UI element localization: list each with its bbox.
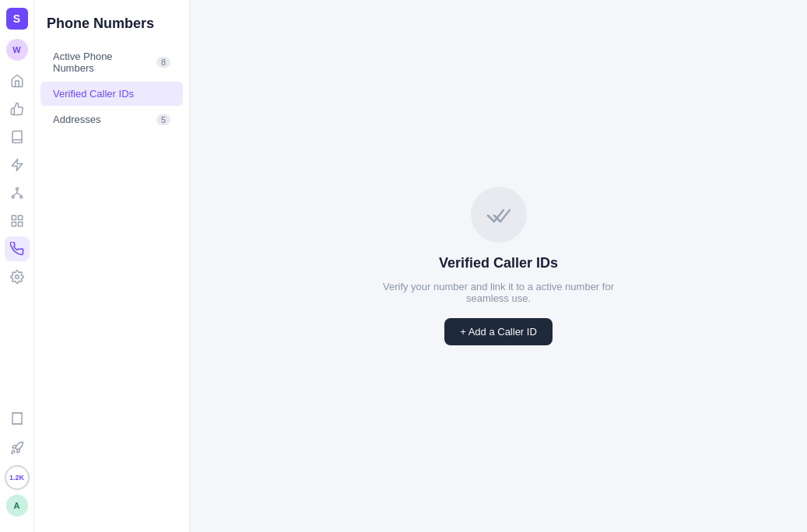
user-avatar[interactable]: A <box>6 495 28 516</box>
sidebar-item-addresses[interactable]: Addresses 5 <box>40 107 183 131</box>
main-content: Verified Caller IDs Verify your number a… <box>190 0 807 532</box>
org-nav-icon[interactable] <box>5 180 30 205</box>
sidebar-item-active-numbers[interactable]: Active Phone Numbers 8 <box>40 44 183 80</box>
sidebar-item-label: Addresses <box>53 114 100 125</box>
icon-nav: S W <box>0 0 34 532</box>
svg-marker-0 <box>12 159 23 171</box>
svg-point-11 <box>15 275 19 279</box>
add-caller-id-button[interactable]: + Add a Caller ID <box>444 318 553 345</box>
empty-state-title: Verified Caller IDs <box>439 255 558 271</box>
sidebar-title: Phone Numbers <box>34 12 189 44</box>
rocket-nav-icon[interactable] <box>5 436 30 460</box>
sidebar-item-verified-callers[interactable]: Verified Caller IDs <box>40 82 183 106</box>
svg-rect-8 <box>18 215 22 219</box>
app-logo: S <box>6 8 28 30</box>
sidebar-item-label: Verified Caller IDs <box>53 88 134 100</box>
empty-state-subtitle: Verify your number and link it to a acti… <box>374 281 623 304</box>
empty-state: Verified Caller IDs Verify your number a… <box>374 187 623 345</box>
home-nav-icon[interactable] <box>5 68 30 93</box>
sidebar-item-label: Active Phone Numbers <box>53 51 156 74</box>
addresses-badge: 5 <box>156 114 170 125</box>
usage-counter[interactable]: 1.2K <box>5 465 30 490</box>
settings-nav-icon[interactable] <box>5 264 30 289</box>
svg-line-5 <box>12 193 16 196</box>
phone-nav-icon[interactable] <box>5 236 30 261</box>
thumbs-nav-icon[interactable] <box>5 96 30 121</box>
svg-rect-9 <box>12 222 16 226</box>
double-checkmark-icon <box>486 202 511 227</box>
empty-state-icon-circle <box>471 187 527 243</box>
grid-nav-icon[interactable] <box>5 208 30 233</box>
book-nav-icon[interactable] <box>5 124 30 149</box>
svg-rect-10 <box>18 222 22 226</box>
svg-rect-7 <box>12 215 16 219</box>
sidebar: Phone Numbers Active Phone Numbers 8 Ver… <box>34 0 190 532</box>
active-numbers-badge: 8 <box>156 57 170 68</box>
workspace-avatar[interactable]: W <box>6 39 28 61</box>
lightning-nav-icon[interactable] <box>5 152 30 177</box>
svg-line-6 <box>17 193 21 196</box>
receipt-nav-icon[interactable] <box>5 406 30 431</box>
